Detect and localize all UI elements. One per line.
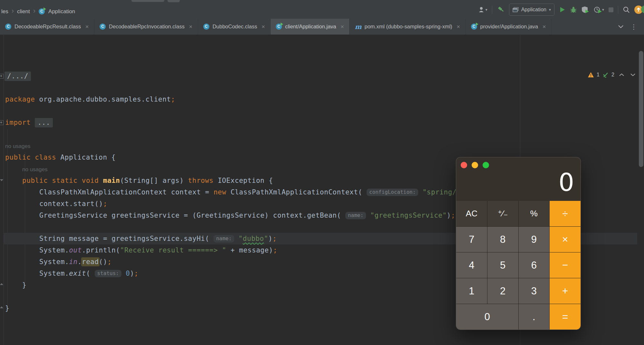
tab-dubbocodec-class[interactable]: CDubboCodec.class✕ xyxy=(198,19,271,34)
weak-warning-count: 2 xyxy=(611,72,614,78)
tab-label: DubboCodec.class xyxy=(213,24,257,30)
close-tab-icon[interactable]: ✕ xyxy=(542,24,546,29)
calc-key-0[interactable]: 0 xyxy=(456,304,518,330)
profiler-button[interactable]: ▾ xyxy=(594,6,604,13)
fold-marker-expand[interactable]: + xyxy=(0,120,4,125)
code-token: ; xyxy=(451,212,455,219)
folded-region[interactable]: ... xyxy=(35,118,53,127)
code-token: } xyxy=(5,304,9,312)
calc-key-+[interactable]: + xyxy=(550,278,581,304)
code-token: ClassPathXmlApplicationContext context = xyxy=(39,188,214,196)
calc-key-AC[interactable]: AC xyxy=(456,201,487,226)
prev-problem-chevron-icon[interactable] xyxy=(619,73,624,76)
build-hammer-icon[interactable] xyxy=(497,6,505,14)
calc-key-7[interactable]: 7 xyxy=(456,227,487,252)
hidden-tabs-chevron-icon[interactable] xyxy=(618,24,623,30)
tab-label: client/Application.java xyxy=(285,24,336,30)
code-with-me-users-icon[interactable]: ▾ xyxy=(478,6,487,13)
calc-key-×[interactable]: × xyxy=(550,227,581,252)
run-configuration-select[interactable]: Application ▾ xyxy=(509,4,554,16)
tab-client-application-java[interactable]: Cclient/Application.java✕ xyxy=(271,19,350,34)
code-token: "Receive result ======> " xyxy=(120,246,226,254)
close-tab-icon[interactable]: ✕ xyxy=(261,24,265,29)
code-token xyxy=(366,212,370,219)
code-token: new xyxy=(214,188,226,196)
code-token: String message = greetingsService.sayHi( xyxy=(39,235,214,242)
run-class-icon: C xyxy=(276,24,282,30)
warning-count: 1 xyxy=(597,72,600,78)
calc-key-⁺⁄₋[interactable]: ⁺⁄₋ xyxy=(487,201,518,226)
tab-label: DecodeableRpcInvocation.class xyxy=(109,24,185,30)
inspections-widget[interactable]: 1 2 xyxy=(588,72,636,78)
code-line: no usages xyxy=(5,140,30,152)
code-token: context.start() xyxy=(39,200,103,208)
class-icon: C xyxy=(5,24,12,30)
calc-key-−[interactable]: − xyxy=(550,252,581,278)
breadcrumb-item[interactable]: les xyxy=(1,8,8,15)
calc-key-9[interactable]: 9 xyxy=(519,227,550,252)
calc-key-4[interactable]: 4 xyxy=(456,252,487,278)
code-token: org.apache.dubbo.samples.client xyxy=(35,95,171,103)
chevron-down-icon: ▾ xyxy=(602,7,604,12)
code-line: } xyxy=(5,302,9,314)
run-with-coverage-button[interactable] xyxy=(582,6,589,13)
code-token: ; xyxy=(273,246,277,254)
zoom-window-icon[interactable] xyxy=(483,162,489,168)
calculator-keypad: AC⁺⁄₋%÷789×456−123+0.= xyxy=(456,201,581,330)
calc-key-3[interactable]: 3 xyxy=(519,278,550,304)
code-token: package xyxy=(5,95,35,103)
scrollbar-thumb[interactable] xyxy=(639,51,643,167)
calculator-window[interactable]: 0 AC⁺⁄₋%÷789×456−123+0.= xyxy=(456,157,581,330)
fold-marker-end[interactable] xyxy=(0,283,3,285)
calc-key-=[interactable]: = xyxy=(550,304,581,330)
calc-key-1[interactable]: 1 xyxy=(456,278,487,304)
code-token: "greetingsService" xyxy=(370,212,447,219)
search-everywhere-icon[interactable] xyxy=(623,6,630,13)
run-button[interactable] xyxy=(559,6,565,13)
folded-region[interactable]: /.../ xyxy=(5,72,31,81)
breadcrumb-item[interactable]: client xyxy=(17,8,30,15)
fold-marker-expand[interactable]: + xyxy=(0,74,4,79)
code-token: ; xyxy=(171,95,175,103)
close-tab-icon[interactable]: ✕ xyxy=(189,24,193,29)
window-traffic-lights xyxy=(461,162,489,168)
close-tab-icon[interactable]: ✕ xyxy=(85,24,89,29)
calc-key-6[interactable]: 6 xyxy=(519,252,550,278)
code-line: /.../ xyxy=(5,70,31,82)
calc-key-÷[interactable]: ÷ xyxy=(550,201,581,226)
stop-button[interactable] xyxy=(609,7,613,12)
fold-marker-end[interactable] xyxy=(0,306,3,308)
code-token xyxy=(418,188,422,196)
calc-key-8[interactable]: 8 xyxy=(487,227,518,252)
code-token: ; xyxy=(134,270,139,277)
tab-decodeablerpcresult-class[interactable]: CDecodeableRpcResult.class✕ xyxy=(0,19,94,34)
code-token: ; xyxy=(107,258,111,266)
clipped-popup-fragment xyxy=(168,0,180,2)
tab-provider-application-java[interactable]: Cprovider/Application.java✕ xyxy=(466,19,552,34)
breadcrumb-separator-icon: › xyxy=(33,7,35,15)
calc-key-5[interactable]: 5 xyxy=(487,252,518,278)
code-token: GreetingsService greetingsService = (Gre… xyxy=(39,212,345,219)
toolbar-divider xyxy=(492,5,492,14)
close-window-icon[interactable] xyxy=(461,162,467,168)
clipped-popup-fragment xyxy=(131,0,164,2)
code-line: public static void main(String[] args) t… xyxy=(22,175,273,186)
tab-pom-xml-dubbo-samples-spring-xml-[interactable]: mpom.xml (dubbo-samples-spring-xml)✕ xyxy=(350,19,466,34)
maven-icon: m xyxy=(355,24,361,30)
minimize-window-icon[interactable] xyxy=(472,162,478,168)
tab-options-kebab-icon[interactable]: ⋮ xyxy=(630,25,637,28)
tab-decodeablerpcinvocation-class[interactable]: CDecodeableRpcInvocation.class✕ xyxy=(94,19,198,34)
calc-key-2[interactable]: 2 xyxy=(487,278,518,304)
code-token: ; xyxy=(103,200,107,208)
calc-key-%[interactable]: % xyxy=(519,201,550,226)
next-problem-chevron-icon[interactable] xyxy=(630,73,636,76)
code-token: ) xyxy=(447,212,451,219)
tab-label: pom.xml (dubbo-samples-spring-xml) xyxy=(364,24,452,30)
debug-button[interactable] xyxy=(570,6,577,13)
breadcrumb-item[interactable]: Application xyxy=(48,8,75,15)
run-config-window-icon xyxy=(513,7,519,13)
close-tab-icon[interactable]: ✕ xyxy=(457,24,460,29)
fold-marker-collapse[interactable] xyxy=(0,179,3,181)
close-tab-icon[interactable]: ✕ xyxy=(341,24,344,29)
calc-key-.[interactable]: . xyxy=(519,304,550,330)
